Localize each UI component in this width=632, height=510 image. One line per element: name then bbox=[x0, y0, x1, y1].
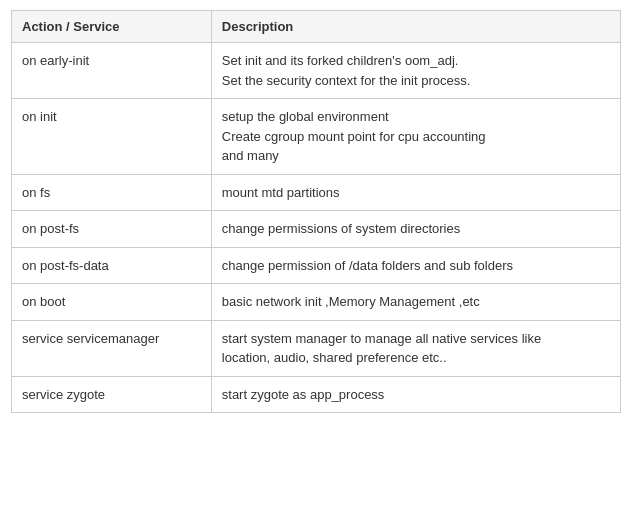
description-line: Create cgroup mount point for cpu accoun… bbox=[222, 127, 610, 147]
description-line: start zygote as app_process bbox=[222, 385, 610, 405]
description-cell: mount mtd partitions bbox=[211, 174, 620, 211]
action-cell: on fs bbox=[12, 174, 212, 211]
header-action: Action / Service bbox=[12, 11, 212, 43]
description-cell: start zygote as app_process bbox=[211, 376, 620, 413]
action-cell: service servicemanager bbox=[12, 320, 212, 376]
table-row: on bootbasic network init ,Memory Manage… bbox=[12, 284, 621, 321]
action-cell: on post-fs bbox=[12, 211, 212, 248]
description-cell: basic network init ,Memory Management ,e… bbox=[211, 284, 620, 321]
action-cell: on boot bbox=[12, 284, 212, 321]
action-service-table: Action / Service Description on early-in… bbox=[11, 10, 621, 413]
description-cell: start system manager to manage all nativ… bbox=[211, 320, 620, 376]
action-cell: service zygote bbox=[12, 376, 212, 413]
header-description: Description bbox=[211, 11, 620, 43]
table-row: on post-fs-datachange permission of /dat… bbox=[12, 247, 621, 284]
description-line: basic network init ,Memory Management ,e… bbox=[222, 292, 610, 312]
description-line: setup the global environment bbox=[222, 107, 610, 127]
action-cell: on post-fs-data bbox=[12, 247, 212, 284]
description-line: mount mtd partitions bbox=[222, 183, 610, 203]
table-row: on fsmount mtd partitions bbox=[12, 174, 621, 211]
description-line: start system manager to manage all nativ… bbox=[222, 329, 610, 349]
description-cell: change permission of /data folders and s… bbox=[211, 247, 620, 284]
action-cell: on early-init bbox=[12, 43, 212, 99]
action-cell: on init bbox=[12, 99, 212, 175]
description-cell: Set init and its forked children's oom_a… bbox=[211, 43, 620, 99]
table-row: service zygotestart zygote as app_proces… bbox=[12, 376, 621, 413]
table-header-row: Action / Service Description bbox=[12, 11, 621, 43]
description-cell: change permissions of system directories bbox=[211, 211, 620, 248]
table-row: on early-initSet init and its forked chi… bbox=[12, 43, 621, 99]
description-line: Set the security context for the init pr… bbox=[222, 71, 610, 91]
description-line: Set init and its forked children's oom_a… bbox=[222, 51, 610, 71]
description-cell: setup the global environmentCreate cgrou… bbox=[211, 99, 620, 175]
description-line: and many bbox=[222, 146, 610, 166]
table-row: on initsetup the global environmentCreat… bbox=[12, 99, 621, 175]
description-line: change permission of /data folders and s… bbox=[222, 256, 610, 276]
table-row: on post-fschange permissions of system d… bbox=[12, 211, 621, 248]
description-line: change permissions of system directories bbox=[222, 219, 610, 239]
description-line: location, audio, shared preference etc.. bbox=[222, 348, 610, 368]
table-row: service servicemanagerstart system manag… bbox=[12, 320, 621, 376]
